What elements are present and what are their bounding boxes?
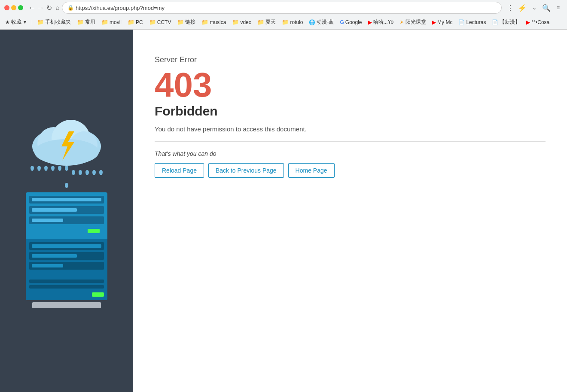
bookmark-summer[interactable]: 📁 夏天 [256,18,277,27]
forward-button[interactable]: → [36,3,45,12]
bookmark-lecturas[interactable]: 📄 Lecturas [457,18,488,26]
bookmark-rotulo[interactable]: 📁 rotulo [280,18,305,26]
bookmark-musica[interactable]: 📁 musica [200,18,228,26]
star-icon: ★ [5,19,10,25]
server-row [29,242,104,250]
bookmark-cosa[interactable]: ▶ °°•Cosa [524,18,551,26]
video-icon3: ▶ [526,19,530,25]
raindrop [37,166,41,171]
bookmark-vdeo[interactable]: 📁 vdeo [230,18,253,26]
doc-icon2: 📄 [492,19,498,25]
server-bar [32,219,63,222]
server-tower [26,192,107,308]
server-middle [26,239,107,273]
server-row [29,262,104,270]
folder-icon: 📁 [149,19,156,25]
toolbar-icons: ⋮ ⚡ ⌄ 🔍 ≡ [506,3,563,12]
minimize-window-button[interactable] [11,5,16,10]
browser-chrome: ← → ↻ ⌂ 🔒 https://xihua.es/group.php?mod… [0,0,567,30]
folder-icon: 📁 [37,19,44,25]
bookmark-pc[interactable]: 📁 PC [126,18,145,26]
back-button[interactable]: ← [27,3,36,12]
error-code: 403 [155,68,546,102]
search-icon[interactable]: 🔍 [542,3,551,12]
raindrop [44,166,48,171]
server-bottom [29,227,104,235]
raindrop [92,170,96,175]
server-row [29,196,104,204]
folder-icon: 📁 [201,19,208,25]
lightning-icon[interactable]: ⚡ [518,3,527,12]
error-title: Forbidden [155,104,546,119]
menu-icon[interactable]: ≡ [554,3,563,12]
reload-button[interactable]: ↻ [45,3,53,12]
bookmark-common[interactable]: 📁 常用 [75,18,97,27]
folder-icon: 📁 [77,19,84,25]
folder-icon: 📁 [101,19,108,25]
page-content: Server Error 403 Forbidden You do not ha… [0,30,567,392]
lock-icon: 🔒 [67,5,74,11]
raindrop [72,170,75,175]
video-icon: ▶ [368,19,372,25]
close-window-button[interactable] [4,5,9,10]
window-controls [4,5,23,10]
power-light [88,229,100,233]
raindrop [51,166,55,171]
home-page-button[interactable]: Home Page [288,163,335,178]
reload-page-button[interactable]: Reload Page [155,163,204,178]
server-foot-container [26,302,107,308]
server-base-bar [29,285,104,289]
folder-icon: 📁 [128,19,134,25]
server-base [26,273,107,300]
url-text: https://xihua.es/group.php?mod=my [76,5,165,11]
bookmark-sunshine[interactable]: ☀ 阳光课堂 [398,18,428,27]
dropdown-icon[interactable]: ⌄ [530,3,539,12]
globe-icon: 🌐 [309,19,315,25]
bookmarks-label[interactable]: ★ 收藏 ▼ [3,18,29,27]
folder-icon: 📁 [257,19,264,25]
server-bar [32,198,101,201]
bookmark-xinman[interactable]: 📄 【新漫】 [490,18,522,27]
server-top-body [26,192,107,239]
google-icon: G [340,19,344,25]
bookmark-mymc[interactable]: ▶ My Mc [430,18,454,26]
doc-icon: 📄 [458,19,465,25]
power-light-2 [92,292,104,297]
bookmark-cctv[interactable]: 📁 CCTV [147,18,173,26]
bookmark-anime[interactable]: 🌐 动漫-蓝 [307,18,335,27]
sun-icon: ☀ [399,19,404,25]
title-bar: ← → ↻ ⌂ 🔒 https://xihua.es/group.php?mod… [0,0,567,15]
folder-icon: 📁 [232,19,239,25]
action-buttons: Reload Page Back to Previous Page Home P… [155,163,546,178]
server-bar [32,254,77,258]
home-button[interactable]: ⌂ [53,3,62,12]
raindrop [79,170,82,175]
address-bar[interactable]: 🔒 https://xihua.es/group.php?mod=my [62,2,502,14]
error-description: You do not have permission to access thi… [155,125,546,133]
back-to-previous-page-button[interactable]: Back to Previous Page [208,163,284,178]
extensions-icon[interactable]: ⋮ [506,3,515,12]
server-row [29,216,104,224]
right-panel: Server Error 403 Forbidden You do not ha… [133,30,567,392]
bookmark-links[interactable]: 📁 链接 [175,18,197,27]
bookmarks-toolbar: ★ 收藏 ▼ | 📁 手机收藏夹 📁 常用 📁 movil 📁 PC 📁 CCT… [0,15,567,29]
cloud-svg [24,114,110,170]
raindrop [85,170,89,175]
server-bar [32,244,101,248]
maximize-window-button[interactable] [18,5,23,10]
raindrop [58,166,61,171]
raindrop [65,183,68,188]
bookmark-google[interactable]: G Google [338,18,363,26]
bookmark-movil[interactable]: 📁 movil [100,18,123,26]
server-base-bottom [29,291,104,297]
cloud-container [24,114,110,170]
action-label: That's what you can do [155,150,546,157]
video-icon2: ▶ [432,19,436,25]
bookmark-mobile[interactable]: 📁 手机收藏夹 [35,18,73,27]
server-bar [32,208,77,212]
server-bar [32,264,63,267]
server-base-bar [29,280,104,283]
error-illustration [24,114,110,308]
server-row [29,206,104,214]
bookmark-haha[interactable]: ▶ 哈哈...Yo [366,18,396,27]
